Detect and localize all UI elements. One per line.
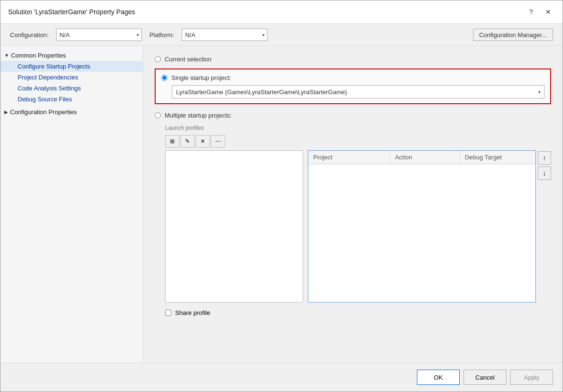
col-project-header: Project <box>308 151 390 164</box>
help-button[interactable]: ? <box>524 5 538 19</box>
move-down-button[interactable]: ↓ <box>538 167 551 180</box>
remove-profile-button[interactable]: ✕ <box>196 135 210 147</box>
configuration-select-wrapper: N/A <box>56 29 142 41</box>
projects-grid: Project Action Debug Target <box>308 150 536 303</box>
close-button[interactable]: ✕ <box>542 5 555 19</box>
launch-profiles-list[interactable] <box>165 150 303 303</box>
ok-button[interactable]: OK <box>417 370 460 385</box>
platform-select-wrapper: N/A <box>182 29 267 41</box>
multiple-startup-label[interactable]: Multiple startup projects: <box>165 112 232 119</box>
property-pages-dialog: Solution 'LyraStarterGame' Property Page… <box>0 0 563 392</box>
grid-header: Project Action Debug Target <box>308 151 535 164</box>
sidebar-item-project-dependencies[interactable]: Project Dependencies <box>0 72 143 83</box>
single-startup-radio-row: Single startup project: <box>161 74 544 81</box>
sidebar-item-configure-startup[interactable]: Configure Startup Projects <box>0 61 143 72</box>
sidebar-item-label-configure: Configure Startup Projects <box>18 63 90 70</box>
sidebar-item-configuration-properties[interactable]: ▶ Configuration Properties <box>0 107 143 118</box>
config-bar: Configuration: N/A Platform: N/A Configu… <box>0 24 563 46</box>
sidebar-item-label-common: Common Properties <box>11 52 66 59</box>
sidebar-item-label-config: Configuration Properties <box>10 108 77 116</box>
add-profile-icon: ⊞ <box>170 138 175 145</box>
sidebar-item-label-debug: Debug Source Files <box>18 96 72 103</box>
rename-profile-button[interactable]: ✎ <box>180 135 195 147</box>
config-manager-button[interactable]: Configuration Manager... <box>473 29 553 41</box>
sidebar: ▼ Common Properties Configure Startup Pr… <box>0 46 143 363</box>
multiple-startup-section: Multiple startup projects: Launch profil… <box>155 112 551 316</box>
sidebar-item-debug-source[interactable]: Debug Source Files <box>0 94 143 105</box>
current-selection-row: Current selection <box>155 56 551 63</box>
project-dropdown-container: LyraStarterGame (Games\LyraStarterGame\L… <box>172 85 544 98</box>
remove-profile-icon: ✕ <box>200 138 205 145</box>
sidebar-item-label-deps: Project Dependencies <box>18 74 78 81</box>
sidebar-item-code-analysis[interactable]: Code Analysis Settings <box>0 83 143 94</box>
single-startup-section: Single startup project: LyraStarterGame … <box>155 69 551 104</box>
config-label: Configuration: <box>10 31 49 39</box>
launch-profiles-label: Launch profiles <box>165 125 551 131</box>
single-startup-radio[interactable] <box>161 75 168 81</box>
rename-profile-icon: ✎ <box>185 138 190 145</box>
more-options-icon: ⋯ <box>215 138 221 145</box>
move-up-button[interactable]: ↑ <box>538 151 551 165</box>
col-debug-header: Debug Target <box>460 151 535 164</box>
sidebar-item-common-properties[interactable]: ▼ Common Properties <box>0 50 143 61</box>
more-options-button[interactable]: ⋯ <box>211 135 225 147</box>
title-bar: Solution 'LyraStarterGame' Property Page… <box>0 0 563 24</box>
share-profile-row: Share profile <box>165 309 551 316</box>
sidebar-item-label-code: Code Analysis Settings <box>18 85 81 92</box>
grid-panel-wrapper: Project Action Debug Target ↑ ↓ <box>308 150 551 303</box>
apply-button[interactable]: Apply <box>510 370 553 385</box>
share-profile-label[interactable]: Share profile <box>175 309 210 316</box>
tree-toggle-config: ▶ <box>4 109 8 115</box>
configuration-select[interactable]: N/A <box>56 29 142 41</box>
dialog-title: Solution 'LyraStarterGame' Property Page… <box>8 8 135 16</box>
platform-label: Platform: <box>149 31 174 39</box>
platform-select[interactable]: N/A <box>182 29 267 41</box>
multiple-startup-radio-row: Multiple startup projects: <box>155 112 551 119</box>
toolbar-row: ⊞ ✎ ✕ ⋯ <box>165 135 551 147</box>
multiple-startup-radio[interactable] <box>155 112 161 118</box>
project-dropdown[interactable]: LyraStarterGame (Games\LyraStarterGame\L… <box>172 85 544 98</box>
main-panel: Current selection Single startup project… <box>143 46 563 363</box>
footer: OK Cancel Apply <box>0 363 563 392</box>
cancel-button[interactable]: Cancel <box>464 370 506 385</box>
current-selection-label[interactable]: Current selection <box>165 56 211 63</box>
col-action-header: Action <box>390 151 460 164</box>
current-selection-radio[interactable] <box>155 56 161 62</box>
share-profile-checkbox[interactable] <box>165 310 171 316</box>
grid-body[interactable] <box>308 164 535 302</box>
title-bar-controls: ? ✕ <box>524 5 555 19</box>
add-profile-button[interactable]: ⊞ <box>165 135 179 147</box>
content-area: ▼ Common Properties Configure Startup Pr… <box>0 46 563 363</box>
arrow-buttons: ↑ ↓ <box>538 150 551 303</box>
single-startup-label[interactable]: Single startup project: <box>171 74 231 81</box>
two-panel-row: Project Action Debug Target ↑ ↓ <box>165 150 551 303</box>
project-dropdown-wrapper: LyraStarterGame (Games\LyraStarterGame\L… <box>172 85 544 98</box>
tree-toggle-common: ▼ <box>4 53 9 58</box>
